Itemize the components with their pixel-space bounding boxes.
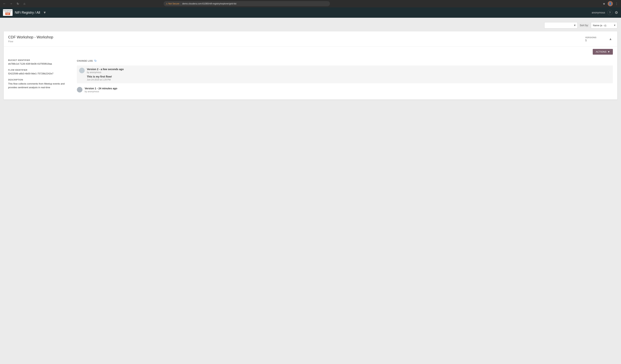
flow-id-section: FLOW IDENTIFIER f2422599-a6b3-4b00-9de1-… (8, 69, 71, 75)
address-bar: ⚠ Not Secure | demo.cloudera.com:61080/n… (164, 1, 330, 6)
profile-button[interactable]: 👤 (608, 1, 613, 6)
change-log-title: CHANGE LOG (77, 60, 93, 62)
not-secure-text: Not Secure (168, 2, 179, 5)
changelog-entry-v2: Version 2 - a few seconds ago by anonymo… (77, 65, 613, 83)
sort-select[interactable]: Name (a - z) Name (z - a) Updated (newes… (591, 22, 617, 29)
flow-id-value: f2422599-a6b3-4b00-9de1-75728b2242e7 (8, 72, 71, 75)
version-dot-v2 (79, 68, 85, 73)
warning-icon: ⚠ (166, 2, 168, 5)
actions-bar: ACTIONS ▼ (4, 47, 617, 55)
flow-title: CDF Workshop - Workshop (8, 35, 585, 39)
flow-card-body-inner: BUCKET IDENTIFIER eb788c1d-7128-430f-8e0… (8, 59, 613, 95)
bucket-id-value: eb788c1d-7128-430f-8e08-41f765f819aa (8, 63, 71, 65)
actions-label: ACTIONS (596, 50, 606, 53)
changelog-entry-v1: Version 1 - 24 minutes ago by anonymous (77, 85, 613, 95)
app-header: HORTONWORKSDATAFLOW HDF NiFi Registry / … (0, 7, 621, 18)
app-title: NiFi Registry / All (15, 11, 40, 15)
version-dot-v1 (77, 87, 82, 93)
versions-count: 1 (585, 39, 586, 42)
title-dropdown-icon[interactable]: ▼ (43, 11, 46, 15)
version-2-date: Jun-24-2019 at 1:29 PM (87, 79, 611, 81)
flow-versions-area: VERSIONS 1 (585, 36, 604, 42)
browser-actions: ★ 👤 ⋮ (601, 1, 619, 6)
filter-select[interactable] (544, 22, 578, 29)
bucket-id-label: BUCKET IDENTIFIER (8, 59, 71, 61)
main-content: ▼ Sort by: Name (a - z) Name (z - a) Upd… (0, 18, 621, 364)
logo: HORTONWORKSDATAFLOW HDF (3, 9, 13, 16)
header-username: anonymous (592, 11, 605, 14)
changelog-v2-content: Version 2 - a few seconds ago by anonymo… (87, 68, 611, 81)
filter-sort-bar: ▼ Sort by: Name (a - z) Name (z - a) Upd… (4, 22, 617, 29)
logo-area: HORTONWORKSDATAFLOW HDF (3, 9, 13, 16)
version-2-title: Version 2 - a few seconds ago (87, 68, 611, 71)
sort-label: Sort by: (580, 24, 589, 27)
flow-card: CDF Workshop - Workshop Flow VERSIONS 1 … (4, 32, 617, 99)
back-button[interactable]: ← (2, 1, 7, 6)
bookmark-button[interactable]: ★ (601, 1, 607, 6)
flow-card-body: BUCKET IDENTIFIER eb788c1d-7128-430f-8e0… (4, 55, 617, 99)
home-button[interactable]: ⌂ (22, 1, 27, 6)
change-log-header: CHANGE LOG ↻ (77, 59, 613, 63)
description-value: This flow collects comments from Meetup … (8, 82, 71, 89)
flow-metadata: BUCKET IDENTIFIER eb788c1d-7128-430f-8e0… (8, 59, 71, 95)
collapse-button[interactable]: ▲ (608, 36, 613, 42)
version-1-title: Version 1 - 24 minutes ago (85, 87, 613, 90)
settings-button[interactable]: ⚙ (615, 10, 618, 15)
version-2-message: This is my first flow! (87, 75, 611, 78)
not-secure-indicator: ⚠ Not Secure (166, 2, 179, 5)
changelog-v1-content: Version 1 - 24 minutes ago by anonymous (85, 87, 613, 93)
description-label: DESCRIPTION (8, 79, 71, 81)
reload-button[interactable]: ↻ (15, 1, 20, 6)
version-2-author: by anonymous (87, 71, 611, 74)
bucket-id-section: BUCKET IDENTIFIER eb788c1d-7128-430f-8e0… (8, 59, 71, 65)
more-options-button[interactable]: ⋮ (614, 1, 619, 6)
url-text: demo.cloudera.com:61080/nifi-registry/ex… (182, 2, 236, 5)
change-log-title-row: CHANGE LOG ↻ (77, 59, 97, 63)
flow-card-header: CDF Workshop - Workshop Flow VERSIONS 1 … (4, 32, 617, 47)
flow-id-label: FLOW IDENTIFIER (8, 69, 71, 71)
versions-label: VERSIONS (585, 36, 596, 39)
help-button[interactable]: ? (607, 10, 613, 15)
browser-chrome: ← → ↻ ⌂ ⚠ Not Secure | demo.cloudera.com… (0, 0, 621, 7)
flow-title-area: CDF Workshop - Workshop Flow (8, 35, 585, 43)
description-section: DESCRIPTION This flow collects comments … (8, 79, 71, 89)
forward-button[interactable]: → (8, 1, 14, 6)
change-log-section: CHANGE LOG ↻ Version 2 - a few seconds a… (77, 59, 613, 95)
logo-hortonworks-text: HORTONWORKSDATAFLOW (3, 10, 12, 13)
sort-select-wrapper: Name (a - z) Name (z - a) Updated (newes… (591, 22, 617, 29)
actions-button[interactable]: ACTIONS ▼ (593, 49, 613, 55)
filter-select-wrapper: ▼ (544, 22, 578, 29)
refresh-button[interactable]: ↻ (94, 59, 97, 63)
actions-chevron-icon: ▼ (607, 50, 610, 53)
version-1-author: by anonymous (85, 90, 613, 93)
logo-hdf-badge: HDF (5, 13, 10, 15)
url-separator: | (181, 2, 181, 5)
flow-type: Flow (8, 40, 585, 43)
